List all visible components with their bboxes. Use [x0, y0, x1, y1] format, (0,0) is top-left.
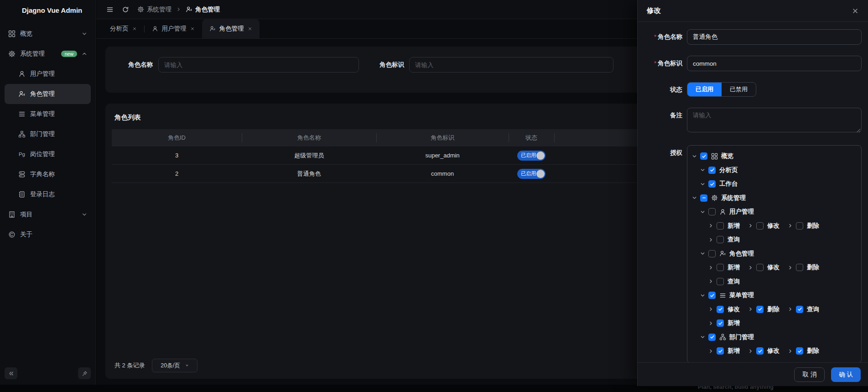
confirm-button[interactable]: 确 认 [831, 367, 861, 382]
tree-node-label: 角色管理 [729, 250, 754, 258]
pin-sidebar-button[interactable] [78, 367, 91, 379]
sidebar-item-overview[interactable]: 概览 [5, 24, 91, 44]
checkbox-checked[interactable] [796, 306, 803, 313]
query-field-role-name: 角色名称 [116, 57, 359, 73]
sidebar-item-menus[interactable]: 菜单管理 [5, 104, 91, 124]
chevron-down-icon[interactable] [700, 167, 705, 172]
status-option-enabled[interactable]: 已启用 [687, 83, 722, 96]
tab-analysis[interactable]: 分析页 [103, 19, 144, 38]
checkbox-checked[interactable] [708, 334, 716, 341]
chevron-down-icon[interactable] [692, 154, 697, 159]
sidebar-item-roles[interactable]: 角色管理 [5, 84, 91, 104]
sidebar-item-departments[interactable]: 部门管理 [5, 124, 91, 144]
checkbox-checked[interactable] [756, 306, 764, 313]
sidebar-item-posts[interactable]: Pg 岗位管理 [5, 144, 91, 164]
checkbox-unchecked[interactable] [796, 264, 803, 271]
sidebar-item-users[interactable]: 用户管理 [5, 64, 91, 84]
checkbox-unchecked[interactable] [717, 278, 724, 285]
chevron-right-icon[interactable] [708, 349, 713, 354]
checkbox-checked[interactable] [700, 152, 707, 160]
cancel-button[interactable]: 取 消 [794, 367, 825, 382]
checkbox-unchecked[interactable] [717, 222, 724, 230]
close-icon[interactable] [190, 26, 195, 31]
remark-textarea[interactable] [687, 108, 862, 132]
breadcrumb-item-system[interactable]: 系统管理 [137, 5, 172, 14]
chevron-right-icon[interactable] [708, 307, 713, 312]
chevron-right-icon[interactable] [748, 307, 753, 312]
breadcrumb-item-roles[interactable]: 角色管理 [186, 5, 220, 14]
hamburger-icon [106, 6, 114, 13]
sidebar-item-dictionary[interactable]: 字典名称 [5, 164, 91, 184]
tab-roles[interactable]: 角色管理 [202, 19, 260, 38]
chevron-down-icon[interactable] [700, 293, 705, 298]
chevron-right-icon[interactable] [788, 349, 793, 354]
checkbox-unchecked[interactable] [756, 222, 764, 230]
toggle-label: 已启用 [521, 152, 536, 159]
refresh-button[interactable] [122, 5, 130, 14]
checkbox-unchecked[interactable] [717, 236, 724, 243]
tree-node-label: 修改 [767, 347, 780, 355]
checkbox-checked[interactable] [708, 292, 716, 299]
checkbox-checked[interactable] [756, 347, 764, 355]
sidebar-item-login-logs[interactable]: 登录日志 [5, 184, 91, 204]
sidebar-item-about[interactable]: 关于 [5, 225, 91, 245]
checkbox-checked[interactable] [717, 319, 724, 327]
chevron-down-icon[interactable] [700, 209, 705, 214]
checkbox-unchecked[interactable] [708, 250, 716, 257]
checkbox-unchecked[interactable] [717, 264, 724, 271]
chevron-down-icon[interactable] [700, 335, 705, 340]
status-toggle[interactable]: 已启用 [517, 169, 546, 179]
checkbox-unchecked[interactable] [796, 222, 803, 230]
cell-role-name: 超级管理员 [242, 146, 376, 164]
sidebar-item-label: 项目 [20, 210, 32, 219]
close-icon[interactable] [132, 26, 137, 31]
tree-node-roles: 角色管理 [692, 247, 857, 261]
chevron-right-icon[interactable] [708, 279, 713, 284]
checkbox-checked[interactable] [708, 167, 716, 174]
chevron-down-icon[interactable] [692, 195, 697, 200]
checkbox-unchecked[interactable] [756, 264, 764, 271]
tab-users[interactable]: 用户管理 [145, 19, 202, 38]
chevron-right-icon[interactable] [708, 223, 713, 228]
logo-row[interactable]: Djagno Vue Admin [0, 0, 95, 20]
checkbox-indeterminate[interactable] [700, 194, 707, 202]
chevron-right-icon[interactable] [748, 223, 753, 228]
collapse-sidebar-button[interactable] [5, 367, 17, 379]
sidebar-item-system[interactable]: 系统管理 new [5, 44, 91, 64]
chevron-down-icon[interactable] [700, 182, 705, 187]
chevron-right-icon[interactable] [788, 307, 793, 312]
checkbox-checked[interactable] [708, 180, 716, 188]
sidebar-item-label: 部门管理 [30, 130, 55, 138]
tab-label: 角色管理 [219, 25, 244, 33]
tree-node-label: 用户管理 [729, 208, 754, 216]
close-icon[interactable] [248, 26, 252, 31]
page-size-select[interactable]: 20条/页 [152, 359, 198, 372]
chevron-right-icon[interactable] [788, 265, 793, 270]
checkbox-checked[interactable] [717, 347, 724, 355]
checkbox-checked[interactable] [796, 347, 803, 355]
chevron-right-icon[interactable] [748, 349, 753, 354]
check-icon [797, 349, 802, 354]
status-toggle[interactable]: 已启用 [517, 151, 546, 161]
tree-node-label: 菜单管理 [729, 291, 754, 299]
role-key-input[interactable] [687, 56, 862, 71]
tree-node-label: 查询 [728, 235, 740, 244]
chevron-right-icon[interactable] [708, 321, 713, 326]
checkbox-unchecked[interactable] [708, 208, 716, 215]
chevron-right-icon[interactable] [748, 265, 753, 270]
tree-node-role-actions: 新增 修改 删除 [692, 261, 857, 275]
sidebar-item-project[interactable]: 项目 [5, 204, 91, 225]
role-name-input[interactable] [687, 29, 862, 45]
status-option-disabled[interactable]: 已禁用 [722, 83, 756, 96]
role-key-search-input[interactable] [409, 57, 613, 73]
role-name-search-input[interactable] [158, 57, 359, 73]
new-badge: new [61, 51, 77, 57]
chevron-right-icon[interactable] [788, 223, 793, 228]
chevron-down-icon[interactable] [700, 251, 705, 256]
chevron-right-icon[interactable] [708, 265, 713, 270]
close-icon[interactable] [852, 7, 859, 15]
hamburger-button[interactable] [106, 5, 114, 14]
checkbox-checked[interactable] [717, 306, 724, 313]
chevron-right-icon[interactable] [708, 237, 713, 242]
status-segmented-control: 已启用 已禁用 [687, 82, 756, 97]
